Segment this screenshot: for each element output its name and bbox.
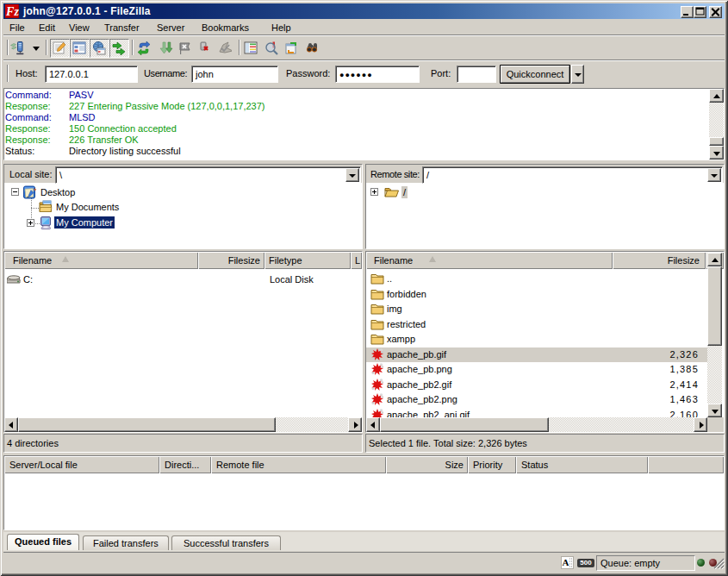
svg-text:A: A <box>563 557 569 567</box>
svg-text:Fz: Fz <box>5 5 19 18</box>
